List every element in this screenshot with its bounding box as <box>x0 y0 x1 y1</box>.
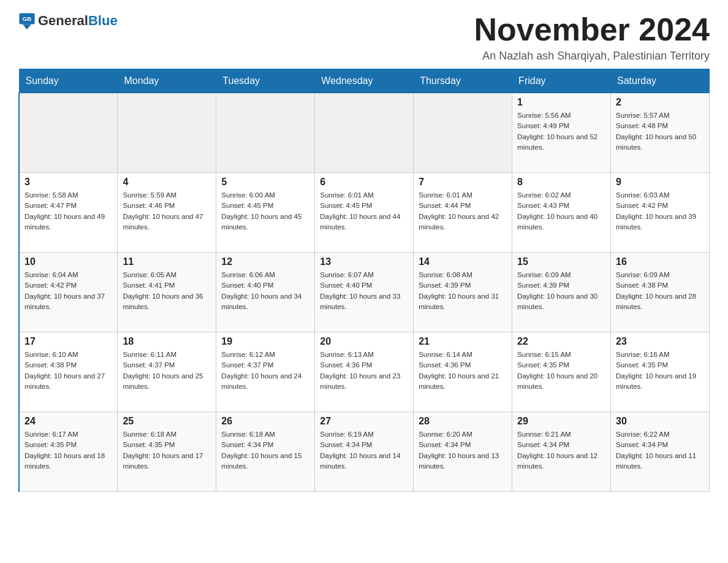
calendar-cell <box>414 93 512 173</box>
calendar-cell: 14Sunrise: 6:08 AMSunset: 4:39 PMDayligh… <box>414 253 512 332</box>
day-info: Sunrise: 6:17 AMSunset: 4:35 PMDaylight:… <box>25 429 112 472</box>
calendar-cell: 17Sunrise: 6:10 AMSunset: 4:38 PMDayligh… <box>19 332 118 412</box>
day-info: Sunrise: 6:09 AMSunset: 4:39 PMDaylight:… <box>517 270 605 312</box>
logo-text-general: General <box>38 13 88 28</box>
week-row-5: 24Sunrise: 6:17 AMSunset: 4:35 PMDayligh… <box>19 412 710 492</box>
day-number: 1 <box>517 97 605 108</box>
calendar-cell: 25Sunrise: 6:18 AMSunset: 4:35 PMDayligh… <box>118 412 216 492</box>
calendar-body: 1Sunrise: 5:56 AMSunset: 4:49 PMDaylight… <box>19 93 710 492</box>
day-info: Sunrise: 6:15 AMSunset: 4:35 PMDaylight:… <box>517 350 605 392</box>
day-info: Sunrise: 6:20 AMSunset: 4:34 PMDaylight:… <box>419 429 507 472</box>
calendar-cell: 26Sunrise: 6:18 AMSunset: 4:34 PMDayligh… <box>216 412 315 492</box>
day-info: Sunrise: 6:08 AMSunset: 4:39 PMDaylight:… <box>419 270 507 312</box>
calendar-cell: 27Sunrise: 6:19 AMSunset: 4:34 PMDayligh… <box>315 412 414 492</box>
day-info: Sunrise: 6:10 AMSunset: 4:38 PMDaylight:… <box>25 350 112 392</box>
logo-icon: GB <box>18 12 36 29</box>
title-area: November 2024 An Nazlah ash Sharqiyah, P… <box>474 12 710 63</box>
day-info: Sunrise: 6:00 AMSunset: 4:45 PMDaylight:… <box>221 190 309 232</box>
day-number: 12 <box>221 256 309 267</box>
day-info: Sunrise: 6:21 AMSunset: 4:34 PMDaylight:… <box>517 429 605 472</box>
day-info: Sunrise: 6:01 AMSunset: 4:44 PMDaylight:… <box>419 190 507 232</box>
calendar-cell <box>216 93 315 173</box>
week-row-1: 1Sunrise: 5:56 AMSunset: 4:49 PMDaylight… <box>19 93 710 173</box>
calendar-cell: 13Sunrise: 6:07 AMSunset: 4:40 PMDayligh… <box>315 253 414 332</box>
calendar-cell: 24Sunrise: 6:17 AMSunset: 4:35 PMDayligh… <box>19 412 118 492</box>
day-number: 25 <box>123 416 211 427</box>
day-number: 18 <box>123 336 211 347</box>
header: GB GeneralBlue November 2024 An Nazlah a… <box>18 12 710 63</box>
day-number: 27 <box>320 416 408 427</box>
header-friday: Friday <box>512 69 611 93</box>
day-info: Sunrise: 6:05 AMSunset: 4:41 PMDaylight:… <box>123 270 211 312</box>
day-info: Sunrise: 6:01 AMSunset: 4:45 PMDaylight:… <box>320 190 408 232</box>
day-number: 14 <box>419 256 507 267</box>
header-monday: Monday <box>118 69 216 93</box>
calendar-cell: 8Sunrise: 6:02 AMSunset: 4:43 PMDaylight… <box>512 173 611 253</box>
day-info: Sunrise: 5:59 AMSunset: 4:46 PMDaylight:… <box>123 190 211 232</box>
calendar-cell: 18Sunrise: 6:11 AMSunset: 4:37 PMDayligh… <box>118 332 216 412</box>
header-tuesday: Tuesday <box>216 69 315 93</box>
header-thursday: Thursday <box>414 69 512 93</box>
day-number: 19 <box>221 336 309 347</box>
day-number: 11 <box>123 256 211 267</box>
day-info: Sunrise: 6:22 AMSunset: 4:34 PMDaylight:… <box>616 429 704 472</box>
week-row-4: 17Sunrise: 6:10 AMSunset: 4:38 PMDayligh… <box>19 332 710 412</box>
day-number: 15 <box>517 256 605 267</box>
calendar-cell: 6Sunrise: 6:01 AMSunset: 4:45 PMDaylight… <box>315 173 414 253</box>
day-number: 5 <box>221 177 309 188</box>
calendar-cell: 1Sunrise: 5:56 AMSunset: 4:49 PMDaylight… <box>512 93 611 173</box>
day-info: Sunrise: 5:58 AMSunset: 4:47 PMDaylight:… <box>25 190 112 232</box>
day-info: Sunrise: 6:02 AMSunset: 4:43 PMDaylight:… <box>517 190 605 232</box>
week-row-2: 3Sunrise: 5:58 AMSunset: 4:47 PMDaylight… <box>19 173 710 253</box>
calendar-cell: 22Sunrise: 6:15 AMSunset: 4:35 PMDayligh… <box>512 332 611 412</box>
day-number: 17 <box>25 336 112 347</box>
day-info: Sunrise: 5:56 AMSunset: 4:49 PMDaylight:… <box>517 110 605 153</box>
calendar-cell: 20Sunrise: 6:13 AMSunset: 4:36 PMDayligh… <box>315 332 414 412</box>
day-number: 21 <box>419 336 507 347</box>
day-info: Sunrise: 6:11 AMSunset: 4:37 PMDaylight:… <box>123 350 211 392</box>
day-number: 8 <box>517 177 605 188</box>
day-info: Sunrise: 6:09 AMSunset: 4:38 PMDaylight:… <box>616 270 704 312</box>
day-number: 3 <box>25 177 112 188</box>
calendar-cell: 4Sunrise: 5:59 AMSunset: 4:46 PMDaylight… <box>118 173 216 253</box>
day-number: 23 <box>616 336 704 347</box>
calendar-header: SundayMondayTuesdayWednesdayThursdayFrid… <box>19 69 710 93</box>
day-number: 13 <box>320 256 408 267</box>
day-info: Sunrise: 6:14 AMSunset: 4:36 PMDaylight:… <box>419 350 507 392</box>
day-info: Sunrise: 6:07 AMSunset: 4:40 PMDaylight:… <box>320 270 408 312</box>
calendar-cell: 3Sunrise: 5:58 AMSunset: 4:47 PMDaylight… <box>19 173 118 253</box>
calendar-cell: 10Sunrise: 6:04 AMSunset: 4:42 PMDayligh… <box>19 253 118 332</box>
calendar-cell: 30Sunrise: 6:22 AMSunset: 4:34 PMDayligh… <box>611 412 710 492</box>
month-title: November 2024 <box>474 12 710 47</box>
header-sunday: Sunday <box>19 69 118 93</box>
calendar-cell <box>118 93 216 173</box>
calendar-cell: 21Sunrise: 6:14 AMSunset: 4:36 PMDayligh… <box>414 332 512 412</box>
day-info: Sunrise: 6:12 AMSunset: 4:37 PMDaylight:… <box>221 350 309 392</box>
day-info: Sunrise: 6:03 AMSunset: 4:42 PMDaylight:… <box>616 190 704 232</box>
day-info: Sunrise: 6:18 AMSunset: 4:35 PMDaylight:… <box>123 429 211 472</box>
day-number: 30 <box>616 416 704 427</box>
calendar-cell: 2Sunrise: 5:57 AMSunset: 4:48 PMDaylight… <box>611 93 710 173</box>
calendar-cell: 16Sunrise: 6:09 AMSunset: 4:38 PMDayligh… <box>611 253 710 332</box>
calendar-cell: 15Sunrise: 6:09 AMSunset: 4:39 PMDayligh… <box>512 253 611 332</box>
svg-marker-1 <box>23 25 31 29</box>
calendar-cell: 5Sunrise: 6:00 AMSunset: 4:45 PMDaylight… <box>216 173 315 253</box>
day-info: Sunrise: 6:16 AMSunset: 4:35 PMDaylight:… <box>616 350 704 392</box>
calendar-cell <box>19 93 118 173</box>
day-info: Sunrise: 6:06 AMSunset: 4:40 PMDaylight:… <box>221 270 309 312</box>
day-number: 7 <box>419 177 507 188</box>
day-info: Sunrise: 5:57 AMSunset: 4:48 PMDaylight:… <box>616 110 704 153</box>
header-row: SundayMondayTuesdayWednesdayThursdayFrid… <box>19 69 710 93</box>
header-wednesday: Wednesday <box>315 69 414 93</box>
calendar-cell: 9Sunrise: 6:03 AMSunset: 4:42 PMDaylight… <box>611 173 710 253</box>
day-info: Sunrise: 6:19 AMSunset: 4:34 PMDaylight:… <box>320 429 408 472</box>
day-info: Sunrise: 6:18 AMSunset: 4:34 PMDaylight:… <box>221 429 309 472</box>
day-number: 26 <box>221 416 309 427</box>
calendar-cell: 29Sunrise: 6:21 AMSunset: 4:34 PMDayligh… <box>512 412 611 492</box>
day-number: 29 <box>517 416 605 427</box>
day-number: 28 <box>419 416 507 427</box>
header-saturday: Saturday <box>611 69 710 93</box>
day-number: 22 <box>517 336 605 347</box>
week-row-3: 10Sunrise: 6:04 AMSunset: 4:42 PMDayligh… <box>19 253 710 332</box>
day-info: Sunrise: 6:04 AMSunset: 4:42 PMDaylight:… <box>25 270 112 312</box>
